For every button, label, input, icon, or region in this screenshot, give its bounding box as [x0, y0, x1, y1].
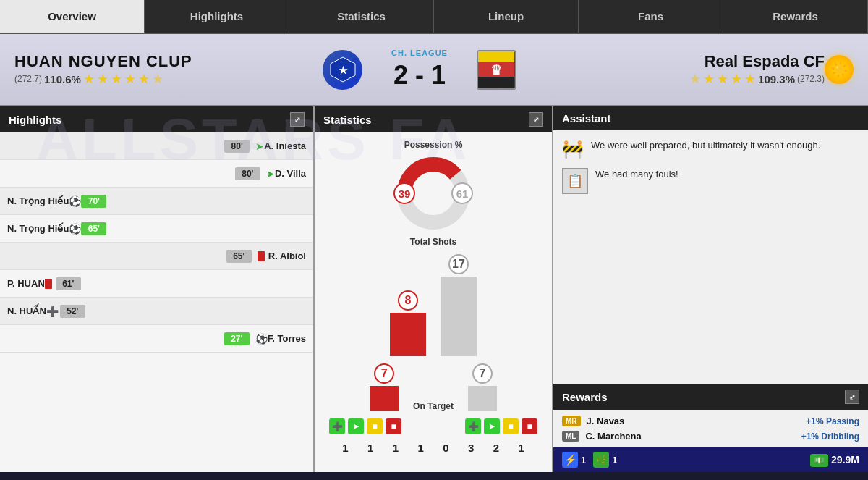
- score-center: CH. LEAGUE 2 - 1: [370, 49, 469, 90]
- highlight-row: 80' ➤ A. Iniesta: [0, 132, 313, 160]
- highlight-time: 80': [224, 140, 250, 153]
- tab-rewards[interactable]: Rewards: [723, 0, 868, 33]
- highlight-player: N. Trọng Hiếu: [7, 195, 69, 206]
- money-amount: 💵 29.9M: [810, 454, 859, 466]
- home-sub-icon: ➤: [348, 418, 364, 434]
- svg-text:♛: ♛: [490, 63, 502, 77]
- competition-label: CH. LEAGUE: [391, 49, 448, 57]
- away-possession-label: 61: [451, 182, 473, 204]
- red-card-icon: [258, 251, 265, 261]
- goal-icon: ⚽: [69, 223, 81, 235]
- highlight-row: P. HUAN 61': [0, 270, 313, 298]
- home-stat-4: 1: [408, 442, 433, 454]
- score-display: 2 - 1: [393, 60, 446, 90]
- money-icon: 💵: [810, 454, 828, 467]
- away-red-icon: ■: [522, 418, 537, 434]
- highlight-row: 65' R. Albiol: [0, 243, 313, 270]
- rewards-expand[interactable]: ⤢: [845, 390, 859, 404]
- reward-badge-2: ML: [562, 431, 579, 442]
- away-sub-icon: ➤: [484, 418, 500, 434]
- tab-lineup[interactable]: Lineup: [434, 0, 579, 33]
- away-shots-bar: 17: [441, 254, 477, 356]
- reward-bonus-1: +1% Passing: [806, 416, 859, 426]
- home-shots-value: 8: [398, 290, 418, 311]
- away-on-target: 7: [468, 363, 497, 411]
- highlight-time: 27': [224, 332, 250, 345]
- possession-chart: 39 61: [390, 157, 477, 230]
- highlight-time: 61': [56, 277, 81, 290]
- tab-overview[interactable]: Overview: [0, 0, 145, 33]
- home-medic-icon: ➕: [329, 418, 345, 434]
- home-on-target-value: 7: [374, 363, 394, 384]
- red-card-icon: [45, 279, 52, 289]
- statistics-expand[interactable]: ⤢: [529, 112, 543, 127]
- main-content: Highlights ⤢ 80' ➤ A. Iniesta 80' ➤ D. V…: [0, 106, 868, 472]
- away-stat-4: 1: [509, 442, 534, 454]
- green-count: 1: [612, 455, 617, 466]
- away-on-target-value: 7: [472, 363, 493, 384]
- highlight-player: R. Albiol: [268, 250, 306, 261]
- home-team-info: (272.7) 110.6% ★ ★ ★ ★ ★ ★: [14, 71, 163, 87]
- tab-fans[interactable]: Fans: [579, 0, 723, 33]
- away-medic-icon: ➕: [465, 418, 481, 434]
- green-icon: 🌿: [593, 452, 609, 468]
- highlights-expand[interactable]: ⤢: [290, 112, 305, 127]
- tab-statistics[interactable]: Statistics: [289, 0, 434, 33]
- reward-badge-1: MR: [562, 416, 581, 426]
- highlight-row: N. HUẤN ➕ 52': [0, 298, 313, 325]
- away-stat-1: 0: [433, 442, 459, 454]
- home-stat-2: 1: [358, 442, 383, 454]
- away-shots-rect: [441, 277, 477, 356]
- green-reward: 🌿 1: [593, 452, 617, 468]
- home-shots-rect: [390, 313, 426, 356]
- lightning-reward: ⚡ 1: [562, 452, 586, 468]
- shots-bars: 8 17: [322, 254, 545, 356]
- home-possession-label: 39: [393, 182, 415, 204]
- highlight-row: N. Trọng Hiếu ⚽ 70': [0, 188, 313, 215]
- highlight-time: 70': [81, 195, 106, 208]
- home-stat-1: 1: [333, 442, 358, 454]
- goal-icon: ⚽: [255, 333, 268, 345]
- home-badge: ★: [323, 50, 362, 90]
- highlights-title: Highlights: [9, 114, 61, 126]
- star-2: ★: [97, 71, 109, 87]
- away-badge: ♛: [477, 50, 516, 90]
- home-icons: ➕ ➤ ■ ■: [329, 418, 401, 434]
- home-yellow-icon: ■: [367, 418, 383, 434]
- medic-icon: ➕: [46, 306, 59, 317]
- highlight-player: A. Iniesta: [264, 140, 306, 151]
- highlight-time: 65': [81, 222, 106, 235]
- tab-bar: Overview Highlights Statistics Lineup Fa…: [0, 0, 868, 34]
- away-yellow-icon: ■: [503, 418, 519, 434]
- highlight-player: P. HUAN: [7, 278, 45, 289]
- assistant-panel: Assistant 🚧 We were well prepared, but u…: [553, 106, 868, 472]
- statistics-header: Statistics ⤢: [315, 106, 552, 132]
- lightning-count: 1: [581, 455, 586, 466]
- stats-content: Possession % 39 61 Total Shots 8: [315, 132, 552, 472]
- highlight-row: N. Trọng Hiếu ⚽ 65': [0, 215, 313, 243]
- star-5: ★: [138, 71, 150, 87]
- svg-rect-3: [478, 51, 514, 62]
- shots-label: Total Shots: [410, 237, 456, 247]
- assistant-message-1: 🚧 We were well prepared, but ultimately …: [562, 139, 859, 159]
- highlight-time: 65': [226, 250, 252, 263]
- match-header: ALLSTARS FA HUAN NGUYEN CLUP (272.7) 110…: [0, 34, 868, 106]
- assistant-msg-text-1: We were well prepared, but ultimately it…: [591, 139, 820, 152]
- away-on-target-rect: [468, 386, 497, 411]
- away-stat-3: 2: [484, 442, 509, 454]
- home-team: HUAN NGUYEN CLUP (272.7) 110.6% ★ ★ ★ ★ …: [14, 52, 315, 87]
- on-target-label: On Target: [413, 401, 454, 411]
- highlight-time: 80': [235, 167, 260, 180]
- weather-icon: ☀️: [825, 55, 854, 84]
- home-on-target-rect: [370, 386, 399, 411]
- reward-name-1: J. Navas: [587, 416, 801, 426]
- highlight-player: F. Torres: [268, 333, 306, 344]
- away-star-2: ★: [731, 71, 742, 87]
- tab-highlights[interactable]: Highlights: [145, 0, 289, 33]
- home-team-name: HUAN NGUYEN CLUP: [14, 52, 192, 71]
- goal-icon: ⚽: [69, 195, 81, 207]
- home-shots-bar: 8: [390, 290, 426, 356]
- highlight-time: 52': [60, 305, 85, 318]
- away-team-info: (272.3) 109.3% ★ ★ ★ ★ ★: [689, 71, 825, 87]
- lightning-icon: ⚡: [562, 452, 578, 468]
